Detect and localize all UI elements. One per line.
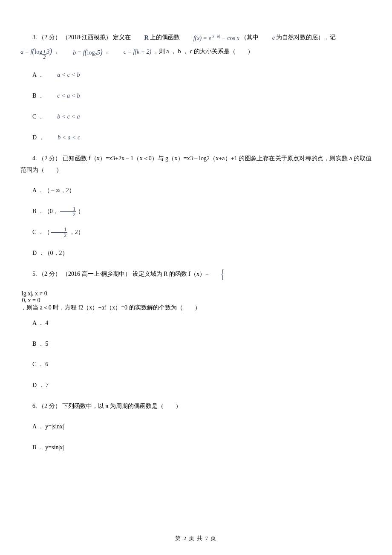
q5-option-D: D ． 7 [20,380,372,391]
q6-option-A: A ． y=|sinx| [20,421,372,433]
q6-option-B: B ． y=sin|x| [20,442,372,454]
question-3-stem: 3. （2 分） （2018·江西模拟） 定义在 R 上的偶函数 f(x) = … [20,32,372,60]
option-math: b < c < a [45,111,80,123]
option-post: ，2） [69,229,84,235]
option-math: a < c < b [45,69,80,81]
page-footer: 第 2 页 共 7 页 [0,535,392,542]
q3-a-expr: a = f(log123) [20,44,52,60]
option-label: D ． [32,134,44,141]
q3-text-part2: 上的偶函数 [150,34,182,40]
q4-option-B: B ．（0， 12 ） [20,206,372,217]
q3-tail: ，则 a ， b ， c 的大小关系是（ ） [153,48,254,55]
q3-text-part3: （其中 [241,34,260,40]
q3-sep1: ， [54,48,61,55]
option-label: A ． [32,72,44,78]
q3-text-part1: 3. （2 分） （2018·江西模拟） 定义在 [32,34,133,40]
fraction-icon: 12 [60,206,76,217]
q5-option-B: B ． 5 [20,338,372,350]
q3-e-symbol: e [260,32,275,44]
q4-option-C: C ．（ 12 ，2） [20,227,372,238]
option-label: B ． [32,92,44,99]
q3-sep2: ， [104,48,112,55]
q3-R-symbol: R [133,32,149,44]
q3-option-A: A ． a < c < b [20,69,372,81]
q5-text-part1: 5. （2 分） （2016 高一上·桐乡期中） 设定义域为 R 的函数 f（x… [32,271,210,277]
q5-option-A: A ． 4 [20,318,372,329]
question-5-stem: 5. （2 分） （2016 高一上·桐乡期中） 设定义域为 R 的函数 f（x… [20,268,372,281]
option-post: ） [78,208,84,214]
option-label: C ． [32,113,44,120]
piecewise-function: { [210,268,228,281]
q5-text-part2: ，则当 a＜0 时，方程 f2（x）+af（x）=0 的实数解的个数为（ ） [20,304,201,311]
q3-c-expr: c = f(k + 2) [112,46,152,58]
fraction-icon: 12 [51,227,67,238]
option-math: c < a < b [45,90,80,102]
q3-option-C: C ． b < c < a [20,111,372,123]
left-brace-icon: { [214,267,224,280]
piece-top: |lg x|, x ≠ 0 [20,290,372,297]
q3-option-D: D ． b < a < c [20,132,372,144]
option-pre: C ．（ [32,229,51,235]
q3-b-expr: b = f(log25) [61,45,102,59]
question-4-stem: 4. （2 分） 已知函数 f（x）=x3+2x – 1（x＜0）与 g（x）=… [20,153,372,176]
question-6-stem: 6. （2 分） 下列函数中，以 π 为周期的偶函数是（ ） [20,401,372,412]
q3-text-part4: 为自然对数的底），记 [276,34,336,40]
option-math: b < a < c [46,132,80,144]
q3-fx-expr: f(x) = e|x−k| − cos x [182,32,239,44]
q4-option-D: D ．（0，2） [20,248,372,259]
q5-option-C: C ． 6 [20,359,372,370]
option-pre: B ．（0， [32,208,60,214]
page-container: 3. （2 分） （2018·江西模拟） 定义在 R 上的偶函数 f(x) = … [0,0,392,555]
q4-option-A: A ．（ – ∞，2） [20,185,372,197]
piece-bot: 0, x = 0 [20,297,372,304]
q3-option-B: B ． c < a < b [20,90,372,102]
